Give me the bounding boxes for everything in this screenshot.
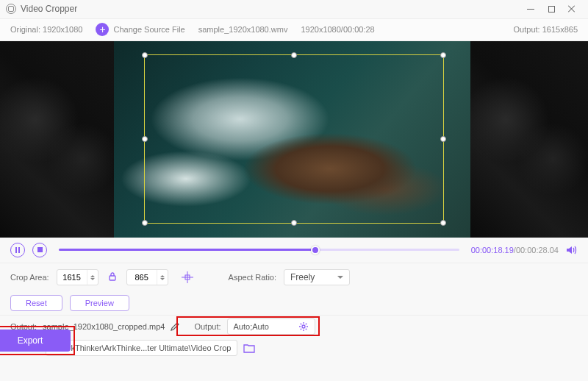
center-crop-icon[interactable] <box>176 270 199 285</box>
crop-handle-tr[interactable] <box>440 52 446 58</box>
aspect-ratio-value: Freely <box>290 272 315 282</box>
aspect-lock-icon[interactable] <box>106 271 119 284</box>
time-display: 00:00:18.19/00:00:28.04 <box>471 246 559 254</box>
crop-handle-tm[interactable] <box>291 52 297 58</box>
source-filename: sample_1920x1080.wmv <box>198 25 288 34</box>
crop-area-label: Crop Area: <box>10 273 49 282</box>
height-down[interactable] <box>160 278 165 280</box>
height-up[interactable] <box>160 275 165 277</box>
video-preview[interactable] <box>0 41 588 238</box>
app-logo-icon <box>6 4 16 14</box>
svg-rect-0 <box>110 276 115 280</box>
playback-controls: 00:00:18.19/00:00:28.04 <box>0 238 588 264</box>
original-dimensions: Original: 1920x1080 <box>10 25 82 34</box>
title-bar: Video Cropper <box>0 0 588 19</box>
add-source-icon[interactable]: + <box>96 23 109 36</box>
crop-controls: Crop Area: Aspect Ratio: Freely <box>0 263 588 291</box>
svg-point-4 <box>302 325 305 328</box>
reset-button[interactable]: Reset <box>10 295 62 311</box>
aspect-ratio-label: Aspect Ratio: <box>229 273 276 282</box>
chevron-down-icon <box>337 276 343 279</box>
crop-width-input[interactable] <box>57 269 98 285</box>
seek-slider[interactable] <box>59 249 459 251</box>
aspect-ratio-select[interactable]: Freely <box>284 269 350 285</box>
export-button[interactable]: Export <box>0 330 71 352</box>
app-title: Video Cropper <box>21 4 77 14</box>
width-down[interactable] <box>90 278 95 280</box>
crop-handle-mr[interactable] <box>440 136 446 142</box>
crop-handle-br[interactable] <box>440 220 446 226</box>
maximize-button[interactable] <box>541 0 562 18</box>
action-buttons: Reset Preview <box>0 291 588 315</box>
crop-handle-ml[interactable] <box>142 136 148 142</box>
info-bar: Original: 1920x1080 + Change Source File… <box>0 19 588 41</box>
crop-height-input[interactable] <box>126 269 168 285</box>
seek-thumb[interactable] <box>311 246 320 254</box>
source-resolution-duration: 1920x1080/00:00:28 <box>301 25 374 34</box>
crop-handle-bl[interactable] <box>142 220 148 226</box>
pause-button[interactable] <box>10 243 25 257</box>
change-source-label[interactable]: Change Source File <box>113 25 184 34</box>
minimize-button[interactable] <box>520 0 541 18</box>
crop-handle-bm[interactable] <box>291 220 297 226</box>
stop-button[interactable] <box>32 243 47 257</box>
crop-rectangle[interactable] <box>144 54 444 224</box>
crop-handle-tl[interactable] <box>142 52 148 58</box>
output-dimensions: Output: 1615x865 <box>514 25 578 34</box>
close-button[interactable] <box>562 0 582 18</box>
volume-icon[interactable] <box>566 245 578 255</box>
width-up[interactable] <box>90 275 95 277</box>
preview-button[interactable]: Preview <box>70 295 129 311</box>
